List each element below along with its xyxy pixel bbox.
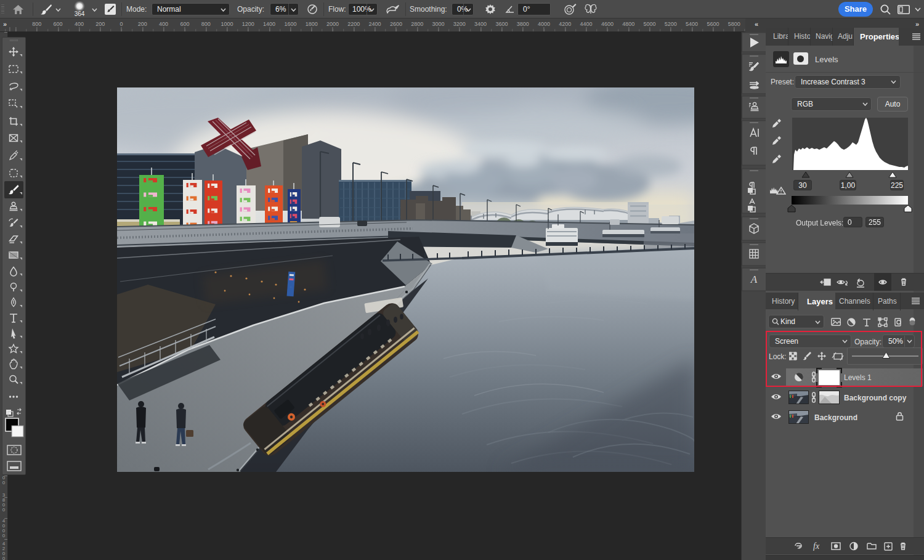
svg-text:A: A bbox=[750, 274, 758, 285]
svg-text:fx: fx bbox=[813, 542, 820, 551]
